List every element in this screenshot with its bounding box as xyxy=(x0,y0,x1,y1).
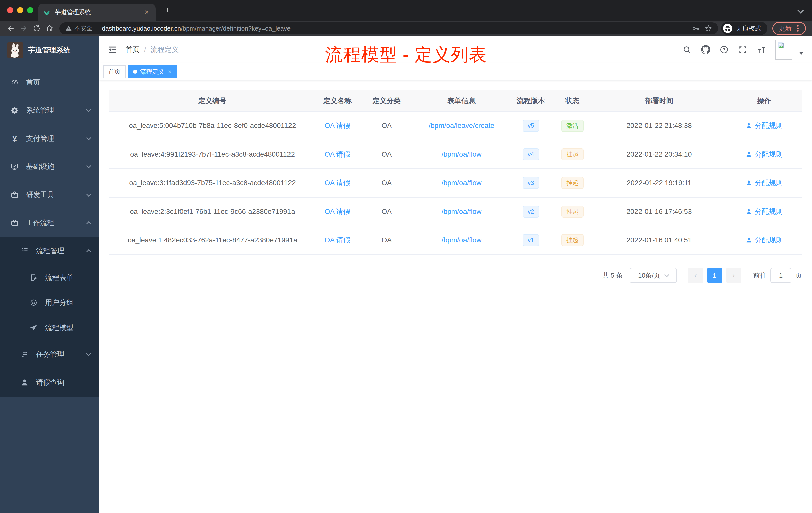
user-icon xyxy=(20,378,29,387)
goto-label: 前往 xyxy=(753,271,766,280)
status-badge: 挂起 xyxy=(561,206,583,218)
sidebar-item-infrastructure[interactable]: 基础设施 xyxy=(0,153,99,181)
sidebar-item-system[interactable]: 系统管理 xyxy=(0,96,99,124)
fullscreen-icon[interactable] xyxy=(738,45,747,54)
col-form: 表单信息 xyxy=(414,90,509,112)
user-group-icon xyxy=(29,298,38,307)
sidebar-item-process-form[interactable]: 流程表单 xyxy=(0,265,99,290)
definition-category: OA xyxy=(359,226,414,254)
sidebar-item-process-management[interactable]: 流程管理 xyxy=(0,237,99,265)
tab-close-icon[interactable]: × xyxy=(143,7,151,17)
tag-home[interactable]: 首页 xyxy=(104,65,125,78)
assign-rule-link[interactable]: 分配规则 xyxy=(746,178,783,188)
zoom-window-button[interactable] xyxy=(27,7,33,13)
definition-id: oa_leave:2:3c1f0ef1-76b1-11ec-9c66-a2380… xyxy=(110,197,315,226)
assign-rule-link[interactable]: 分配规则 xyxy=(746,235,783,245)
table-row: oa_leave:3:1fad3d93-7b75-11ec-a3c8-acde4… xyxy=(110,169,802,197)
back-icon[interactable] xyxy=(4,22,17,35)
breadcrumb-separator: / xyxy=(144,46,146,54)
password-key-icon[interactable] xyxy=(692,25,699,32)
url-path: /bpm/manager/definition?key=oa_leave xyxy=(181,25,290,32)
user-icon xyxy=(746,122,752,129)
form-link[interactable]: /bpm/oa/flow xyxy=(442,179,482,187)
sidebar-item-workflow[interactable]: 工作流程 xyxy=(0,209,99,237)
form-link[interactable]: /bpm/oa/flow xyxy=(442,150,482,158)
github-icon[interactable] xyxy=(701,45,710,54)
breadcrumb-home[interactable]: 首页 xyxy=(125,45,140,55)
reload-icon[interactable] xyxy=(30,22,43,35)
sidebar-logo[interactable]: 芋道管理系统 xyxy=(0,36,99,64)
active-dot-icon xyxy=(133,69,137,73)
tags-view-bar: 首页 流程定义 × xyxy=(99,63,812,80)
definition-name-link[interactable]: OA 请假 xyxy=(325,150,350,158)
tag-close-icon[interactable]: × xyxy=(168,68,172,74)
assign-rule-link[interactable]: 分配规则 xyxy=(746,150,783,159)
sidebar-item-home[interactable]: 首页 xyxy=(0,68,99,96)
app-navbar: 首页 / 流程定义 ? xyxy=(99,36,812,63)
col-status: 状态 xyxy=(552,90,592,112)
definition-name-link[interactable]: OA 请假 xyxy=(325,208,350,215)
form-link[interactable]: /bpm/oa/leave/create xyxy=(429,122,494,129)
update-button[interactable]: 更新 xyxy=(772,22,806,35)
sidebar-item-dev-tools[interactable]: 研发工具 xyxy=(0,181,99,209)
sidebar-item-payment[interactable]: ¥ 支付管理 xyxy=(0,124,99,153)
address-bar[interactable]: 不安全 dashboard.yudao.iocoder.cn/bpm/manag… xyxy=(59,22,718,34)
home-icon[interactable] xyxy=(43,22,56,35)
sidebar-collapse-icon[interactable] xyxy=(108,45,117,55)
chevron-down-icon xyxy=(86,135,91,140)
deployed-time: 2022-01-16 17:46:53 xyxy=(592,197,726,226)
browser-menu-dots-icon[interactable] xyxy=(797,28,799,29)
sidebar-item-process-model[interactable]: 流程模型 xyxy=(0,315,99,340)
assign-rule-link[interactable]: 分配规则 xyxy=(746,207,783,216)
definition-name-link[interactable]: OA 请假 xyxy=(325,179,350,187)
sidebar-item-label: 流程表单 xyxy=(45,273,73,282)
forward-icon[interactable] xyxy=(17,22,30,35)
search-icon[interactable] xyxy=(683,45,692,54)
avatar-broken-image[interactable] xyxy=(775,40,792,60)
definition-name-link[interactable]: OA 请假 xyxy=(325,122,350,129)
user-icon xyxy=(746,237,752,243)
browser-tab[interactable]: 芋道管理系统 × xyxy=(38,3,156,21)
goto-page-input[interactable] xyxy=(770,268,791,283)
tag-process-definition[interactable]: 流程定义 × xyxy=(128,65,177,78)
logo-bunny-image xyxy=(7,42,23,58)
form-link[interactable]: /bpm/oa/flow xyxy=(442,208,482,215)
col-id: 定义编号 xyxy=(110,90,315,112)
sidebar-item-user-group[interactable]: 用户分组 xyxy=(0,290,99,315)
prev-page-button[interactable]: ‹ xyxy=(688,268,703,283)
col-category: 定义分类 xyxy=(359,90,414,112)
sidebar: 芋道管理系统 首页 系统管理 ¥ xyxy=(0,36,99,513)
tree-icon xyxy=(20,350,29,359)
window-controls[interactable] xyxy=(7,7,33,13)
definition-name-link[interactable]: OA 请假 xyxy=(325,236,350,244)
page-1-button[interactable]: 1 xyxy=(707,268,722,283)
assign-rule-link[interactable]: 分配规则 xyxy=(746,121,783,130)
version-badge: v2 xyxy=(522,206,539,218)
help-icon[interactable]: ? xyxy=(720,45,729,54)
definition-category: OA xyxy=(359,197,414,226)
security-label[interactable]: 不安全 xyxy=(74,24,92,32)
list-tree-icon xyxy=(20,246,29,255)
table-row: oa_leave:2:3c1f0ef1-76b1-11ec-9c66-a2380… xyxy=(110,197,802,226)
browser-toolbar: 不安全 dashboard.yudao.iocoder.cn/bpm/manag… xyxy=(0,21,812,36)
url-text[interactable]: dashboard.yudao.iocoder.cn/bpm/manager/d… xyxy=(102,25,687,32)
sidebar-item-label: 基础设施 xyxy=(26,162,54,172)
chevron-down-icon xyxy=(86,163,91,169)
new-tab-button[interactable]: + xyxy=(162,4,173,15)
minimize-window-button[interactable] xyxy=(17,7,23,13)
chevron-down-icon xyxy=(86,191,91,197)
sidebar-item-task-management[interactable]: 任务管理 xyxy=(0,340,99,368)
bookmark-star-icon[interactable] xyxy=(704,25,712,32)
version-badge: v4 xyxy=(522,148,539,160)
deployed-time: 2022-01-22 20:34:10 xyxy=(592,140,726,169)
next-page-button[interactable]: › xyxy=(726,268,741,283)
close-window-button[interactable] xyxy=(7,7,13,13)
browser-chrome: 芋道管理系统 × + 不安全 xyxy=(0,0,812,36)
tab-search-chevron-icon[interactable] xyxy=(798,7,804,13)
form-link[interactable]: /bpm/oa/flow xyxy=(442,236,482,244)
page-size-select[interactable]: 10条/页 xyxy=(630,268,677,283)
font-size-icon[interactable] xyxy=(757,45,766,54)
avatar-caret-down-icon[interactable] xyxy=(799,52,804,55)
sidebar-item-leave-query[interactable]: 请假查询 xyxy=(0,368,99,396)
main-area: 首页 / 流程定义 ? xyxy=(99,36,812,513)
